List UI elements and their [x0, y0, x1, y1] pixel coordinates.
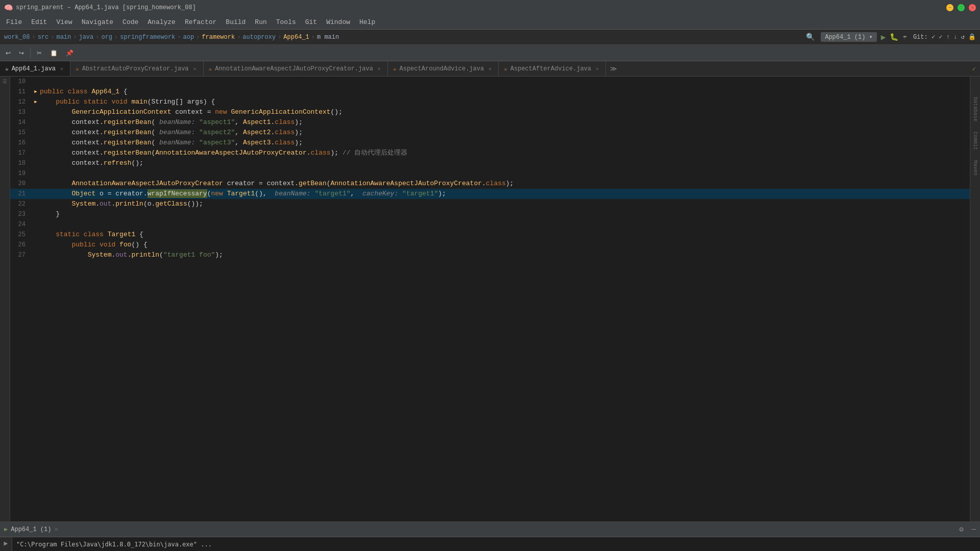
toolbar-cut[interactable]: ✂	[33, 48, 45, 58]
tab-abstractautoproxy[interactable]: ☕ AbstractAutoProxyCreator.java ✕	[70, 61, 204, 77]
editor-checkmark: ✓	[968, 65, 980, 73]
code-line: 27 System.out.println("target1 foo");	[10, 250, 970, 260]
menu-item-navigate[interactable]: Navigate	[78, 17, 117, 27]
menu-item-code[interactable]: Code	[118, 17, 142, 27]
toolbar-copy[interactable]: 📋	[46, 48, 61, 58]
close-button[interactable]: ✕	[969, 4, 976, 11]
gutter-icon-bookmark: ☰	[3, 79, 7, 85]
tab-overflow[interactable]: ≫	[606, 65, 621, 73]
tab-close-button[interactable]: ✕	[59, 65, 65, 72]
tab-annotation[interactable]: ☕ AnnotationAwareAspectJAutoProxyCreator…	[204, 61, 388, 77]
tab-close-button[interactable]: ✕	[594, 65, 600, 72]
app-icon: 🧠	[4, 4, 13, 12]
tab-label: AspectAfterAdvice.java	[510, 65, 591, 72]
run-button[interactable]: ▶	[881, 32, 886, 42]
menu-item-build[interactable]: Build	[222, 17, 250, 27]
java-icon: ☕	[76, 65, 79, 72]
code-line: 11 ▶ public class App64_1 {	[10, 87, 970, 97]
tab-label: AspectAroundAdvice.java	[400, 65, 484, 72]
run-close-button[interactable]: ✕	[54, 525, 58, 533]
main-container: ☰ 10 11 ▶ public class App64_1 { 12 ▶ pu…	[0, 77, 980, 521]
toolbar-paste[interactable]: 📌	[62, 48, 77, 58]
run-title: App64_1 (1)	[11, 526, 51, 533]
database-icon[interactable]: Database	[972, 97, 978, 121]
code-line: 20 AnnotationAwareAspectJAutoProxyCreato…	[10, 179, 970, 189]
code-line: 25 static class Target1 {	[10, 230, 970, 240]
menu-item-run[interactable]: Run	[251, 17, 271, 27]
tab-aroundadvice[interactable]: ☕ AspectAroundAdvice.java ✕	[388, 61, 499, 77]
maven-icon[interactable]: Maven	[972, 160, 978, 176]
code-editor[interactable]: 10 11 ▶ public class App64_1 { 12 ▶ publ…	[10, 77, 970, 521]
run-restart-icon[interactable]: ▶	[4, 539, 8, 547]
run-panel-sidebar: ▶ ↑ 🔧 ↓ ☰ ■ 📌 ↓	[0, 537, 12, 551]
code-line: 23 }	[10, 209, 970, 219]
tab-label: AbstractAutoProxyCreator.java	[82, 65, 189, 72]
tab-afteradvice[interactable]: ☕ AspectAfterAdvice.java ✕	[499, 61, 606, 77]
menu-item-edit[interactable]: Edit	[27, 17, 51, 27]
breadcrumb-bar: work_08 › src › main › java › org › spri…	[0, 30, 980, 45]
breadcrumb-item[interactable]: autoproxy	[242, 34, 276, 41]
code-line: 14 context.registerBean( beanName: "aspe…	[10, 117, 970, 128]
tab-label: App64_1.java	[12, 65, 56, 72]
java-icon: ☕	[504, 65, 507, 72]
title-bar-title: spring_parent – App64_1.java [spring_hom…	[16, 4, 196, 11]
breadcrumb-item[interactable]: java	[79, 34, 93, 41]
breadcrumb-item[interactable]: src	[38, 34, 49, 41]
menu-item-git[interactable]: Git	[301, 17, 321, 27]
code-line: 26 public void foo() {	[10, 240, 970, 250]
toolbar-undo[interactable]: ↩	[2, 48, 14, 58]
tab-close-button[interactable]: ✕	[487, 65, 493, 72]
menu-item-refactor[interactable]: Refactor	[181, 17, 220, 27]
breadcrumb-item[interactable]: main	[56, 34, 71, 41]
code-scroll[interactable]: 10 11 ▶ public class App64_1 { 12 ▶ publ…	[10, 77, 970, 521]
code-line: 19	[10, 168, 970, 179]
title-bar-left: 🧠 spring_parent – App64_1.java [spring_h…	[4, 4, 196, 12]
code-line-active: 21 Object o = creator.wrapIfNecessary(ne…	[10, 189, 970, 199]
menu-item-analyze[interactable]: Analyze	[143, 17, 180, 27]
menu-item-file[interactable]: File	[2, 17, 26, 27]
run-settings-icon[interactable]: ⚙	[959, 525, 963, 534]
coverage-button[interactable]: ☂	[902, 33, 906, 41]
menu-item-window[interactable]: Window	[322, 17, 354, 27]
code-line: 13 GenericApplicationContext context = n…	[10, 107, 970, 117]
breadcrumb-item[interactable]: framework	[202, 34, 235, 41]
right-sidebar: Database Commit Maven	[970, 77, 980, 521]
java-icon: ☕	[209, 65, 212, 72]
breadcrumb-file: App64_1	[283, 34, 309, 41]
run-label: ▶ App64_1 (1) ✕	[4, 525, 58, 533]
minimize-button[interactable]: ─	[946, 4, 953, 11]
run-panel-content: "C:\Program Files\Java\jdk1.8.0_172\bin\…	[12, 537, 939, 551]
debug-button[interactable]: 🐛	[890, 33, 898, 41]
nav-run-config[interactable]: App64_1 (1) ▾	[821, 32, 877, 42]
code-line: 10	[10, 77, 970, 87]
maximize-button[interactable]: □	[958, 4, 965, 11]
tab-bar: ☕ App64_1.java ✕ ☕ AbstractAutoProxyCrea…	[0, 61, 980, 77]
breadcrumb-item[interactable]: aop	[183, 34, 194, 41]
menu-item-help[interactable]: Help	[355, 17, 379, 27]
java-icon: ☕	[5, 65, 9, 72]
run-panel-header: ▶ App64_1 (1) ✕ ⚙ ─	[0, 522, 980, 537]
toolbar-redo[interactable]: ↪	[15, 48, 28, 58]
tab-close-button[interactable]: ✕	[376, 65, 382, 72]
git-info: Git: ✓ ✓ ↑ ↓ ↺ 🔒	[913, 33, 976, 41]
commit-icon[interactable]: Commit	[972, 132, 978, 150]
breadcrumb-item[interactable]: org	[101, 34, 112, 41]
title-bar: 🧠 spring_parent – App64_1.java [spring_h…	[0, 0, 980, 15]
code-line: 16 context.registerBean( beanName: "aspe…	[10, 138, 970, 148]
run-panel: ▶ App64_1 (1) ✕ ⚙ ─ ▶ ↑ 🔧 ↓ ☰ ■ 📌 ↓ "C:\…	[0, 521, 980, 551]
menu-bar: FileEditViewNavigateCodeAnalyzeRefactorB…	[0, 15, 980, 30]
java-icon: ☕	[393, 65, 397, 72]
menu-item-view[interactable]: View	[52, 17, 76, 27]
run-line: "C:\Program Files\Java\jdk1.8.0_172\bin\…	[16, 539, 935, 549]
tab-app64[interactable]: ☕ App64_1.java ✕	[0, 61, 70, 77]
menu-item-tools[interactable]: Tools	[272, 17, 300, 27]
run-minimize-icon[interactable]: ─	[972, 525, 976, 534]
breadcrumb-item[interactable]: springframework	[120, 34, 175, 41]
code-line: 24	[10, 219, 970, 230]
code-line: 15 context.registerBean( beanName: "aspe…	[10, 128, 970, 138]
tab-close-button[interactable]: ✕	[192, 65, 198, 72]
nav-search-icon[interactable]: 🔍	[806, 33, 815, 41]
breadcrumb-method: m main	[317, 34, 339, 41]
breadcrumb-item[interactable]: work_08	[4, 34, 30, 41]
code-line: 18 context.refresh();	[10, 158, 970, 168]
